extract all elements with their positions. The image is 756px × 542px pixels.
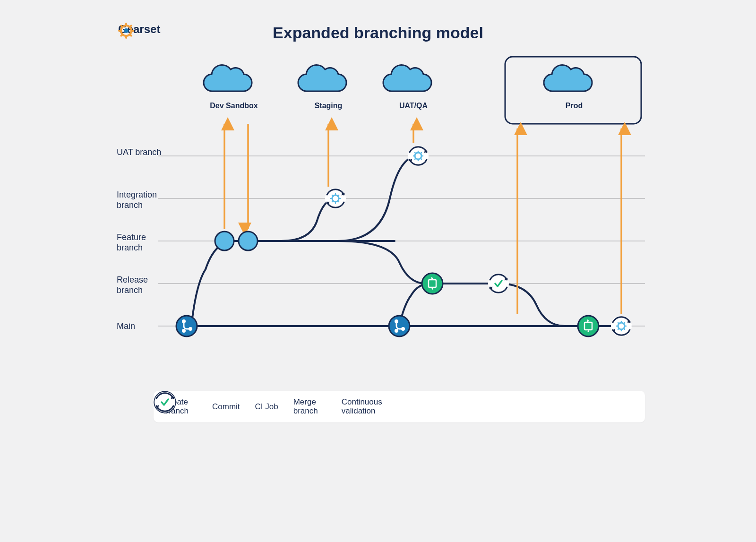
commit-node [239, 232, 258, 250]
legend-label: Continuous validation [342, 397, 389, 416]
ci-job-node [408, 146, 429, 166]
cloud-icon [298, 65, 346, 91]
env-label-dev: Dev Sandbox [203, 102, 265, 110]
cloud-icon [383, 65, 431, 91]
env-label-staging: Staging [307, 102, 350, 110]
cloud-icon [544, 65, 592, 91]
commit-node [215, 232, 234, 250]
create-branch-node [389, 316, 410, 336]
legend-item-cv: Continuous validation [342, 397, 389, 416]
env-label-uatqa: UAT/QA [392, 102, 435, 110]
legend: Create branch Commit CI Job Merge branch… [154, 391, 645, 422]
diagram-canvas: Gearset Expanded branching model [73, 0, 683, 437]
lane-label-release: Release branch [117, 275, 173, 295]
lane-label-feature: Feature branch [117, 232, 173, 253]
create-branch-node [176, 316, 197, 336]
lane-label-uat: UAT branch [117, 147, 173, 158]
cloud-icon [204, 65, 252, 91]
diagram-svg [73, 0, 683, 437]
legend-item-ci: CI Job [255, 402, 278, 412]
lane-label-integration: Integration branch [117, 190, 173, 210]
legend-label: Commit [212, 402, 240, 412]
lane-label-main: Main [117, 321, 173, 332]
legend-label: CI Job [255, 402, 278, 412]
legend-item-merge: Merge branch [293, 397, 326, 416]
continuous-validation-node [488, 273, 509, 294]
merge-branch-node [578, 316, 599, 336]
legend-label: Merge branch [293, 397, 326, 416]
merge-branch-node [422, 273, 443, 294]
legend-item-commit: Commit [212, 402, 240, 412]
ci-job-node [325, 188, 346, 209]
continuous-validation-icon [154, 391, 176, 413]
ci-job-node [611, 316, 632, 336]
env-label-prod: Prod [553, 102, 595, 110]
